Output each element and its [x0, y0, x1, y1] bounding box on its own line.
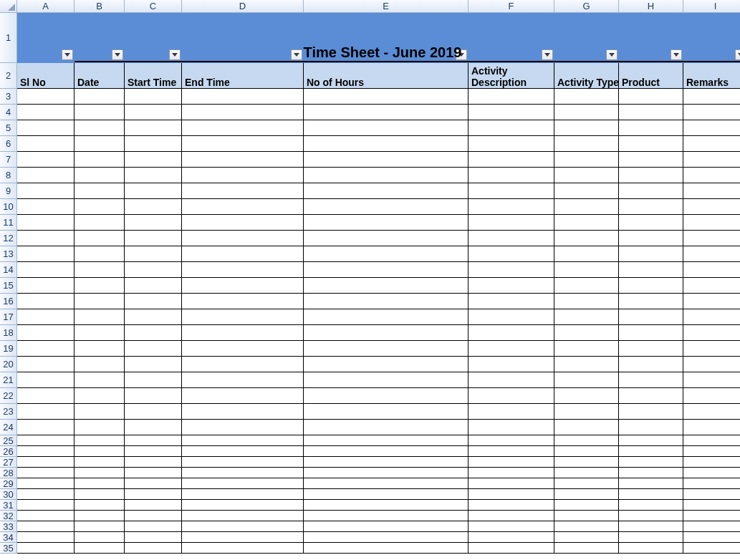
cell-I15[interactable]	[683, 278, 740, 294]
cell-D20[interactable]	[182, 357, 304, 372]
cell-I33[interactable]	[683, 521, 740, 532]
cell-H23[interactable]	[619, 404, 683, 420]
row-header-16[interactable]: 16	[0, 294, 17, 309]
cell-C17[interactable]	[125, 309, 182, 325]
cell-I35[interactable]	[683, 543, 740, 554]
cell-F4[interactable]	[468, 105, 554, 120]
cell-D19[interactable]	[182, 341, 304, 357]
cell-B19[interactable]	[75, 341, 125, 357]
cell-E29[interactable]	[304, 478, 468, 489]
cell-D11[interactable]	[182, 215, 304, 231]
cell-G19[interactable]	[554, 341, 619, 357]
cell-F7[interactable]	[468, 152, 554, 168]
cell-B30[interactable]	[75, 489, 125, 500]
cell-C15[interactable]	[125, 278, 182, 294]
cell-B29[interactable]	[75, 478, 125, 489]
row-header-11[interactable]: 11	[0, 215, 17, 231]
row-header-12[interactable]: 12	[0, 231, 17, 246]
cell-D28[interactable]	[182, 468, 304, 478]
cell-H27[interactable]	[619, 457, 683, 468]
cell-F24[interactable]	[468, 420, 554, 435]
cell-H7[interactable]	[619, 152, 683, 168]
filter-button-H[interactable]	[671, 49, 682, 60]
select-all-corner[interactable]	[0, 0, 17, 13]
cell-A35[interactable]	[17, 543, 75, 554]
cell-B4[interactable]	[75, 105, 125, 120]
cell-D26[interactable]	[182, 446, 304, 457]
filter-button-B[interactable]	[112, 49, 123, 60]
cell-G7[interactable]	[554, 152, 619, 168]
row-header-21[interactable]: 21	[0, 372, 17, 388]
cell-I23[interactable]	[683, 404, 740, 420]
cell-E31[interactable]	[304, 500, 468, 511]
cell-G6[interactable]	[554, 136, 619, 152]
cell-H30[interactable]	[619, 489, 683, 500]
cell-H34[interactable]	[619, 532, 683, 543]
cell-A22[interactable]	[17, 388, 75, 404]
row-header-29[interactable]: 29	[0, 478, 17, 489]
cell-F32[interactable]	[468, 511, 554, 521]
cell-F15[interactable]	[468, 278, 554, 294]
cell-H17[interactable]	[619, 309, 683, 325]
cell-D24[interactable]	[182, 420, 304, 435]
cell-F35[interactable]	[468, 543, 554, 554]
filter-button-F[interactable]	[542, 49, 553, 60]
cell-F19[interactable]	[468, 341, 554, 357]
cell-E12[interactable]	[304, 231, 468, 246]
header-cell-A[interactable]: Sl No	[17, 63, 75, 89]
title-cell-G[interactable]	[554, 13, 619, 63]
cell-E16[interactable]	[304, 294, 468, 309]
cell-H15[interactable]	[619, 278, 683, 294]
cell-E22[interactable]	[304, 388, 468, 404]
cell-I12[interactable]	[683, 231, 740, 246]
cell-I26[interactable]	[683, 446, 740, 457]
cell-D21[interactable]	[182, 372, 304, 388]
cell-H9[interactable]	[619, 183, 683, 199]
cell-I3[interactable]	[683, 89, 740, 105]
cell-G11[interactable]	[554, 215, 619, 231]
cell-C12[interactable]	[125, 231, 182, 246]
row-header-2[interactable]: 2	[0, 63, 17, 89]
cell-D25[interactable]	[182, 435, 304, 446]
cell-E20[interactable]	[304, 357, 468, 372]
cell-G30[interactable]	[554, 489, 619, 500]
cell-A17[interactable]	[17, 309, 75, 325]
row-header-33[interactable]: 33	[0, 521, 17, 532]
cell-C10[interactable]	[125, 199, 182, 215]
cell-G31[interactable]	[554, 500, 619, 511]
cell-A21[interactable]	[17, 372, 75, 388]
cell-A14[interactable]	[17, 262, 75, 278]
cell-B7[interactable]	[75, 152, 125, 168]
cell-H19[interactable]	[619, 341, 683, 357]
cell-H35[interactable]	[619, 543, 683, 554]
cell-A7[interactable]	[17, 152, 75, 168]
cell-B15[interactable]	[75, 278, 125, 294]
cell-A20[interactable]	[17, 357, 75, 372]
cell-I29[interactable]	[683, 478, 740, 489]
title-cell-B[interactable]	[75, 13, 125, 63]
cell-C22[interactable]	[125, 388, 182, 404]
cell-E35[interactable]	[304, 543, 468, 554]
cell-A11[interactable]	[17, 215, 75, 231]
cell-D35[interactable]	[182, 543, 304, 554]
cell-B3[interactable]	[75, 89, 125, 105]
cell-G34[interactable]	[554, 532, 619, 543]
cell-I11[interactable]	[683, 215, 740, 231]
cell-C25[interactable]	[125, 435, 182, 446]
cell-H18[interactable]	[619, 325, 683, 341]
cell-A16[interactable]	[17, 294, 75, 309]
cell-G8[interactable]	[554, 168, 619, 183]
cell-E17[interactable]	[304, 309, 468, 325]
cell-B25[interactable]	[75, 435, 125, 446]
cell-F3[interactable]	[468, 89, 554, 105]
header-cell-C[interactable]: Start Time	[125, 63, 182, 89]
filter-button-C[interactable]	[169, 49, 181, 60]
cell-I9[interactable]	[683, 183, 740, 199]
cell-G13[interactable]	[554, 246, 619, 262]
cell-F17[interactable]	[468, 309, 554, 325]
cell-E4[interactable]	[304, 105, 468, 120]
cell-E27[interactable]	[304, 457, 468, 468]
cell-E18[interactable]	[304, 325, 468, 341]
header-cell-F[interactable]: Activity Description	[468, 63, 554, 89]
cell-E5[interactable]	[304, 120, 468, 136]
